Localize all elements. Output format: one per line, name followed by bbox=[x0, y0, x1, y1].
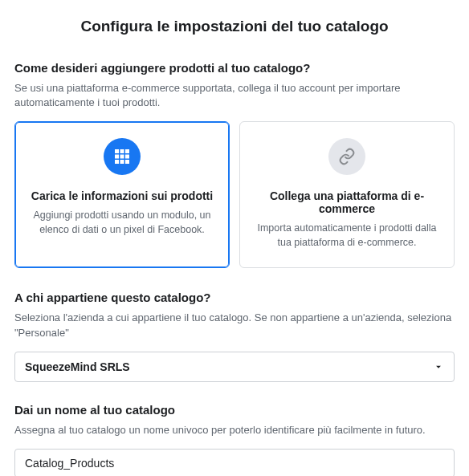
svg-rect-5 bbox=[125, 155, 129, 159]
svg-rect-8 bbox=[125, 160, 129, 164]
catalog-name-input[interactable] bbox=[14, 449, 455, 476]
section-desc: Assegna al tuo catalogo un nome univoco … bbox=[14, 423, 455, 437]
section-heading: Dai un nome al tuo catalogo bbox=[14, 403, 455, 417]
svg-rect-3 bbox=[115, 155, 119, 159]
section-heading: A chi appartiene questo catalogo? bbox=[14, 291, 455, 304]
svg-rect-0 bbox=[115, 149, 119, 153]
svg-rect-2 bbox=[125, 149, 129, 153]
card-title: Carica le informazioni sui prodotti bbox=[27, 189, 218, 202]
svg-rect-4 bbox=[120, 155, 124, 159]
owner-select[interactable]: SqueezeMind SRLS bbox=[14, 352, 455, 382]
section-desc: Se usi una piattaforma e-commerce suppor… bbox=[14, 81, 455, 110]
select-value: SqueezeMind SRLS bbox=[25, 360, 130, 373]
card-desc: Importa automaticamente i prodotti dalla… bbox=[251, 222, 442, 250]
card-desc: Aggiungi prodotti usando un modulo, un e… bbox=[27, 209, 218, 237]
section-add-products: Come desideri aggiungere prodotti al tuo… bbox=[14, 61, 455, 268]
option-cards: Carica le informazioni sui prodotti Aggi… bbox=[14, 121, 455, 268]
chevron-down-icon bbox=[433, 361, 444, 372]
section-desc: Seleziona l'azienda a cui appartiene il … bbox=[14, 311, 455, 340]
svg-rect-7 bbox=[120, 160, 124, 164]
section-owner: A chi appartiene questo catalogo? Selezi… bbox=[14, 291, 455, 381]
card-upload-products[interactable]: Carica le informazioni sui prodotti Aggi… bbox=[14, 121, 230, 268]
svg-rect-1 bbox=[120, 149, 124, 153]
svg-rect-6 bbox=[115, 160, 119, 164]
grid-icon bbox=[104, 138, 141, 175]
card-title: Collega una piattaforma di e-commerce bbox=[251, 189, 442, 215]
card-connect-platform[interactable]: Collega una piattaforma di e-commerce Im… bbox=[239, 121, 455, 268]
section-heading: Come desideri aggiungere prodotti al tuo… bbox=[14, 61, 455, 75]
link-icon bbox=[328, 138, 365, 175]
page-title: Configura le impostazioni del tuo catalo… bbox=[14, 18, 455, 35]
section-name: Dai un nome al tuo catalogo Assegna al t… bbox=[14, 403, 455, 476]
